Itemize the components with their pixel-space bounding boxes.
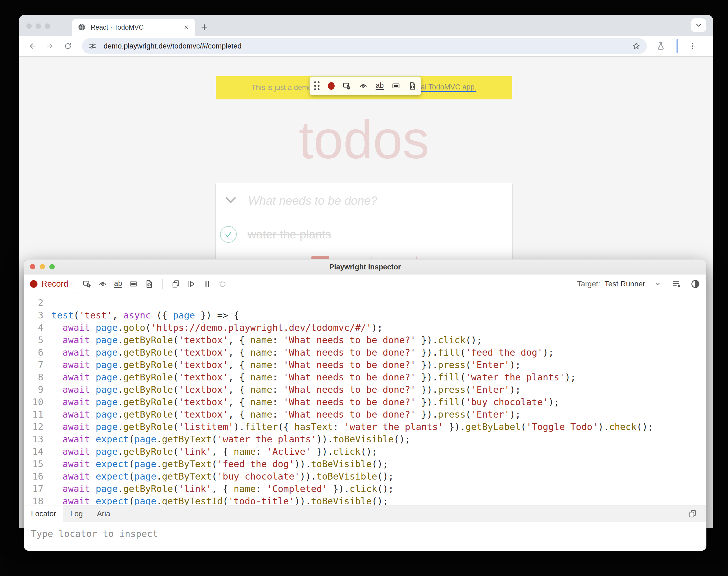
browser-tab-strip: React · TodoMVC (19, 15, 713, 36)
pick-locator-icon[interactable] (83, 280, 91, 288)
line-number: 11 (24, 408, 49, 421)
locator-panel (24, 522, 706, 551)
tab-aria[interactable]: Aria (90, 506, 117, 522)
line-number: 15 (24, 458, 49, 470)
copy-icon[interactable] (689, 510, 697, 518)
site-settings-icon[interactable] (88, 41, 97, 51)
browser-menu-icon[interactable] (688, 41, 697, 51)
todo-toggle-checkbox[interactable] (220, 226, 237, 243)
inspector-titlebar: Playwright Inspector (24, 259, 706, 275)
experiments-flask-icon[interactable] (656, 41, 666, 51)
new-todo-row (216, 183, 512, 218)
code-line: 13 await expect(page.getByText('water th… (24, 433, 706, 445)
bookmark-star-icon[interactable] (632, 41, 641, 51)
extension-indicator (676, 39, 678, 53)
record-button[interactable] (30, 280, 37, 288)
assert-visibility-icon[interactable] (359, 81, 368, 90)
address-bar[interactable]: demo.playwright.dev/todomvc/#/completed (82, 38, 647, 54)
banner-link[interactable]: real TodoMVC app. (414, 83, 477, 92)
todo-list-item[interactable]: water the plants (216, 218, 512, 251)
browser-toolbar: demo.playwright.dev/todomvc/#/completed (19, 36, 713, 57)
line-number: 5 (24, 334, 49, 346)
new-tab-button[interactable] (200, 23, 209, 31)
line-number: 10 (24, 396, 49, 408)
tab-search-button[interactable] (691, 18, 706, 32)
line-number: 3 (24, 309, 49, 321)
tab-locator[interactable]: Locator (24, 506, 63, 522)
line-number: 17 (24, 483, 49, 495)
code-line: 17 await page.getByRole('link', { name: … (24, 483, 706, 495)
line-number: 12 (24, 421, 49, 433)
tab-close-icon[interactable] (183, 24, 190, 30)
recorder-floating-toolbar: ab (309, 77, 421, 95)
assert-text-icon[interactable]: ab (376, 82, 384, 90)
assert-snapshot-icon[interactable] (408, 81, 416, 90)
line-number: 9 (24, 383, 49, 396)
toggle-all-chevron-icon[interactable] (225, 196, 237, 205)
toolbar-divider (74, 279, 74, 289)
code-line: 15 await expect(page.getByText('feed the… (24, 458, 706, 470)
step-over-icon[interactable] (187, 280, 196, 288)
code-line: 11 await page.getByRole('textbox', { nam… (24, 408, 706, 421)
pick-locator-icon[interactable] (343, 81, 351, 90)
assert-value-icon[interactable] (392, 81, 400, 90)
assert-snapshot-icon[interactable] (145, 280, 154, 288)
target-selector: Target: Test Runner (577, 279, 700, 289)
assert-text-icon[interactable]: ab (114, 280, 122, 288)
inspector-title: Playwright Inspector (24, 259, 706, 275)
new-todo-input[interactable] (247, 183, 502, 218)
line-number: 7 (24, 358, 49, 371)
reload-button[interactable] (64, 42, 72, 50)
clear-output-icon[interactable] (672, 279, 681, 289)
check-icon (223, 230, 233, 239)
inspector-toolbar: Record ab Target: Test Runner (24, 275, 706, 293)
pause-icon[interactable] (203, 280, 211, 288)
line-number: 13 (24, 433, 49, 445)
line-number: 8 (24, 371, 49, 383)
code-line: 8 await page.getByRole('textbox', { name… (24, 371, 706, 383)
todo-app-card: water the plants 2 items left All Active… (216, 183, 512, 272)
code-line: 16 await expect(page.getByText('buy choc… (24, 470, 706, 483)
target-value[interactable]: Test Runner (604, 280, 645, 288)
drag-handle-icon[interactable] (314, 81, 320, 90)
target-label: Target: (577, 280, 600, 288)
locator-input[interactable] (24, 522, 706, 551)
line-number: 6 (24, 346, 49, 358)
record-button[interactable] (328, 82, 334, 90)
copy-icon[interactable] (171, 280, 180, 288)
code-line: 3test('test', async ({ page }) => { (24, 309, 706, 321)
line-number: 16 (24, 470, 49, 483)
theme-contrast-icon[interactable] (691, 279, 700, 289)
resume-icon[interactable] (218, 280, 227, 288)
chevron-down-icon (694, 21, 703, 30)
browser-tab[interactable]: React · TodoMVC (72, 19, 195, 36)
tab-favicon-globe-icon (78, 23, 86, 31)
code-line: 6 await page.getByRole('textbox', { name… (24, 346, 706, 358)
code-line: 4 await page.goto('https://demo.playwrig… (24, 321, 706, 334)
tab-log[interactable]: Log (63, 506, 90, 522)
line-number: 2 (24, 297, 49, 309)
tab-title: React · TodoMVC (90, 24, 183, 31)
code-line: 18 await expect(page.getByTestId('todo-t… (24, 495, 706, 505)
inspector-bottom-tabs: Locator Log Aria (24, 505, 706, 522)
record-label[interactable]: Record (41, 279, 68, 289)
browser-minimize-button[interactable] (35, 24, 41, 29)
code-line: 5 await page.getByRole('textbox', { name… (24, 334, 706, 346)
code-line: 14 await page.getByRole('link', { name: … (24, 445, 706, 458)
code-line: 10 await page.getByRole('textbox', { nam… (24, 396, 706, 408)
code-editor[interactable]: 23test('test', async ({ page }) => {4 aw… (24, 293, 706, 505)
line-number: 18 (24, 495, 49, 505)
url-text: demo.playwright.dev/todomvc/#/completed (104, 42, 632, 50)
chevron-down-icon[interactable] (653, 280, 662, 288)
code-line: 7 await page.getByRole('textbox', { name… (24, 358, 706, 371)
browser-close-button[interactable] (26, 24, 32, 29)
line-number: 4 (24, 321, 49, 334)
forward-button[interactable] (46, 42, 54, 50)
todo-item-label: water the plants (247, 228, 331, 241)
browser-zoom-button[interactable] (45, 24, 50, 29)
back-button[interactable] (28, 42, 37, 50)
assert-value-icon[interactable] (129, 280, 138, 288)
todos-heading: todos (216, 111, 512, 169)
assert-visibility-icon[interactable] (99, 280, 107, 288)
playwright-inspector-window: Playwright Inspector Record ab Target: T… (24, 259, 706, 551)
